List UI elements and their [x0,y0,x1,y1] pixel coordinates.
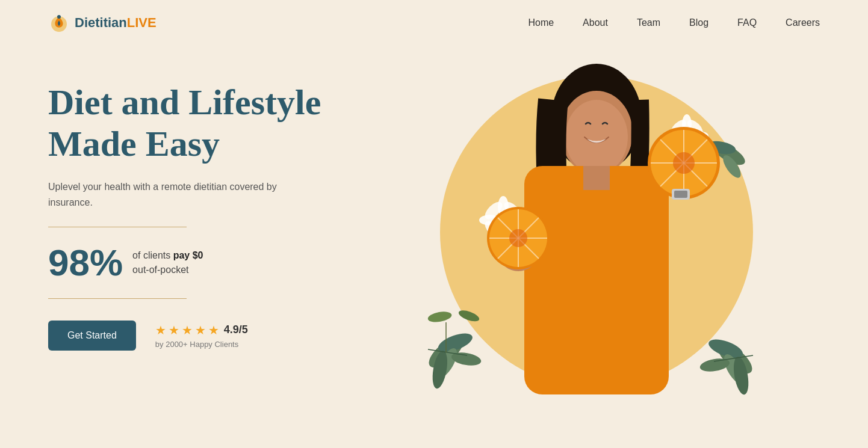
nav-faq[interactable]: FAQ [737,17,757,28]
nav-blog[interactable]: Blog [689,17,708,28]
rating-label: by 2000+ Happy Clients [155,340,248,349]
svg-point-42 [565,100,628,174]
stat-percent: 98% [48,244,123,281]
svg-point-10 [457,308,481,324]
svg-point-9 [427,310,452,324]
svg-point-53 [509,229,527,247]
nav-careers[interactable]: Careers [786,17,820,28]
hero-left: Diet and Lifestyle Made Easy Uplevel you… [48,64,373,351]
divider-top [48,227,187,227]
hero-decorations [373,64,820,437]
hero-headline: Diet and Lifestyle Made Easy [48,82,373,165]
get-started-button[interactable]: Get Started [48,321,136,351]
star-4: ★ [195,323,206,337]
rating-score: 4.9/5 [224,324,248,336]
stat-text-bold: pay $0 [173,250,203,260]
divider-bottom [48,298,187,299]
logo-icon [48,12,70,34]
stat-text-normal2: out-of-pocket [132,265,188,275]
stat-text: of clients pay $0 out-of-pocket [132,248,203,277]
navbar: DietitianLIVE Home About Team Blog FAQ C… [0,0,868,46]
svg-rect-62 [674,191,687,198]
svg-point-1 [57,15,61,19]
star-2: ★ [169,323,179,337]
nav-home[interactable]: Home [528,17,554,28]
svg-rect-43 [524,166,669,394]
hero-right [373,64,820,437]
stat-block: 98% of clients pay $0 out-of-pocket [48,244,373,281]
star-3: ★ [182,323,193,337]
logo[interactable]: DietitianLIVE [48,12,157,34]
logo-text-live: LIVE [127,15,157,30]
rating-block: ★ ★ ★ ★ ★ 4.9/5 by 2000+ Happy Clients [155,323,248,349]
stat-text-normal1: of clients [132,250,173,260]
main-content: Diet and Lifestyle Made Easy Uplevel you… [0,46,868,437]
svg-rect-44 [583,166,610,190]
star-1: ★ [155,323,166,337]
hero-subheadline: Uplevel your health with a remote dietit… [48,179,277,210]
logo-text-dietitian: Dietitian [75,15,127,30]
star-5: ★ [208,323,219,337]
svg-point-60 [673,152,695,174]
cta-row: Get Started ★ ★ ★ ★ ★ 4.9/5 by 2000+ Hap… [48,321,373,351]
nav-team[interactable]: Team [637,17,660,28]
stars-row: ★ ★ ★ ★ ★ 4.9/5 [155,323,248,337]
nav-links: Home About Team Blog FAQ Careers [528,17,820,28]
nav-about[interactable]: About [583,17,608,28]
